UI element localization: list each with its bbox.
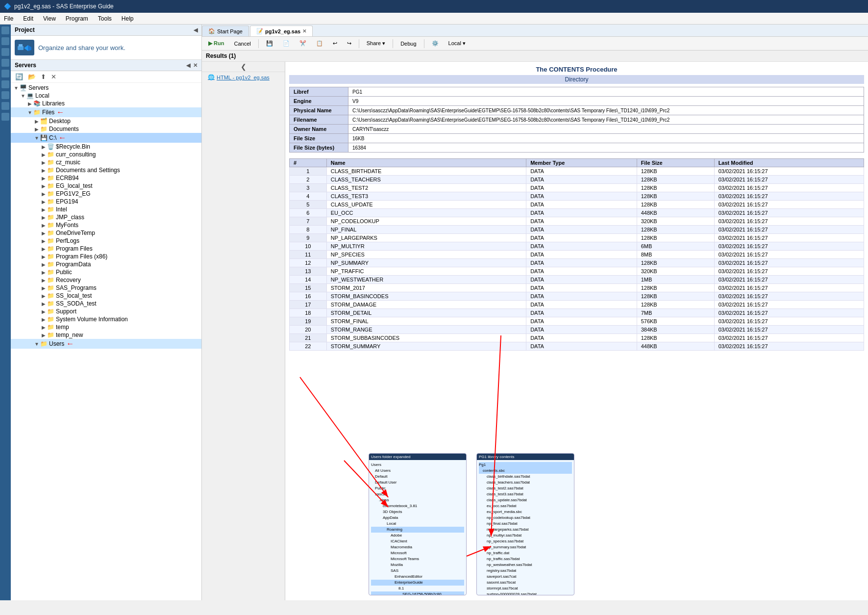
toolbar-sep-4 <box>424 39 424 48</box>
tree-ecrb94[interactable]: ▶ 📁 ECRB94 <box>11 174 201 182</box>
menu-view[interactable]: View <box>41 14 58 23</box>
project-collapse-icon[interactable]: ◀ <box>194 27 198 33</box>
gear-btn[interactable]: ⚙️ <box>428 39 442 48</box>
side-icon-1[interactable] <box>1 26 9 34</box>
tree-public[interactable]: ▶ 📁 Public <box>11 268 201 276</box>
list-item: Macromedia <box>371 544 464 550</box>
tree-ss-soda-test[interactable]: ▶ 📁 SS_SODA_test <box>11 300 201 308</box>
paste-btn[interactable]: 📋 <box>313 39 326 48</box>
tree-cz-music[interactable]: ▶ 📁 cz_music <box>11 158 201 166</box>
tree-eg-local-test[interactable]: ▶ 📁 EG_local_test <box>11 182 201 190</box>
tree-desktop[interactable]: ▶ 🗂️ Desktop <box>11 117 201 125</box>
menu-help[interactable]: Help <box>120 14 136 23</box>
tree-intel[interactable]: ▶ 📁 Intel <box>11 205 201 213</box>
table-cell: 21 <box>290 334 327 342</box>
menu-bar: File Edit View Program Tools Help <box>0 13 868 25</box>
desktop-icon: 🗂️ <box>40 118 48 125</box>
list-item: Roaming <box>371 527 464 533</box>
table-header: File Size <box>637 159 714 167</box>
side-icon-6[interactable] <box>1 80 9 88</box>
tree-libraries[interactable]: ▶ 📚 Libraries <box>11 100 201 107</box>
tree-docs-settings[interactable]: ▶ 📁 Documents and Settings <box>11 166 201 174</box>
table-cell: 03/02/2021 16:15:27 <box>714 234 864 242</box>
tree-epg1v2-eg[interactable]: ▶ 📁 EPG1V2_EG <box>11 190 201 198</box>
copy-btn[interactable]: 📄 <box>279 39 293 48</box>
tree-support[interactable]: ▶ 📁 Support <box>11 308 201 315</box>
toolbar-sep-2 <box>359 39 359 48</box>
save-btn[interactable]: 💾 <box>263 39 276 48</box>
table-row: 16STORM_BASINCODESDATA128KB03/02/2021 16… <box>290 292 864 301</box>
cancel-button[interactable]: Cancel <box>230 40 254 48</box>
tree-cz-music-label: cz_music <box>56 159 80 166</box>
support-icon: 📁 <box>47 308 54 315</box>
tree-myfonts[interactable]: ▶ 📁 MyFonts <box>11 221 201 229</box>
tree-servers[interactable]: ▼ 🖥️ Servers <box>11 84 201 92</box>
undo-btn[interactable]: ↩ <box>329 39 341 48</box>
servers-collapse-icon[interactable]: ◀ <box>186 62 190 69</box>
project-panel: Project ◀ Organize and share your work. … <box>11 25 202 600</box>
tree-epg194[interactable]: ▶ 📁 EPG194 <box>11 198 201 205</box>
tree-files[interactable]: ▼ 📁 Files ← <box>11 107 201 117</box>
html-result-link[interactable]: 🌐 HTML - pg1v2_eg.sas <box>202 72 285 82</box>
menu-tools[interactable]: Tools <box>96 14 114 23</box>
public-icon: 📁 <box>47 269 54 276</box>
local-btn[interactable]: Local ▾ <box>445 39 469 48</box>
tree-onedrivetemp[interactable]: ▶ 📁 OneDriveTemp <box>11 229 201 237</box>
menu-edit[interactable]: Edit <box>21 14 35 23</box>
cut-btn[interactable]: ✂️ <box>296 39 310 48</box>
list-item: np_traffic.sas7bdat <box>479 556 572 562</box>
tree-ss-local-test[interactable]: ▶ 📁 SS_local_test <box>11 292 201 300</box>
collapse-arrow[interactable]: ❮ <box>202 62 285 72</box>
servers-btn-1[interactable]: 🔄 <box>14 73 25 81</box>
tree-programdata[interactable]: ▶ 📁 ProgramData <box>11 260 201 268</box>
share-btn[interactable]: Share ▾ <box>363 39 389 48</box>
tree-sysvolinfo[interactable]: ▶ 📁 System Volume Information <box>11 315 201 323</box>
info-value: V9 <box>348 97 864 106</box>
menu-program[interactable]: Program <box>64 14 90 23</box>
tree-temp[interactable]: ▶ 📁 temp <box>11 323 201 331</box>
table-cell: 03/02/2021 16:15:27 <box>714 292 864 301</box>
side-icon-7[interactable] <box>1 91 9 99</box>
tree-jmp-class[interactable]: ▶ 📁 JMP_class <box>11 213 201 221</box>
tab-pg1v2-close[interactable]: ✕ <box>302 28 306 34</box>
side-icon-9[interactable] <box>1 113 9 121</box>
tree-users[interactable]: ▼ 📁 Users ← <box>11 339 201 349</box>
table-cell: NP_WESTWEATHER <box>326 276 526 284</box>
tree-program-files-x86[interactable]: ▶ 📁 Program Files (x86) <box>11 253 201 260</box>
run-button[interactable]: ▶ Run <box>205 39 227 48</box>
list-item: eu_occ.sas7bdat <box>479 503 572 509</box>
tree-recovery[interactable]: ▶ 📁 Recovery <box>11 276 201 284</box>
tree-perflogs[interactable]: ▶ 📁 PerfLogs <box>11 237 201 245</box>
tree-sas-programs[interactable]: ▶ 📁 SAS_Programs <box>11 284 201 292</box>
servers-close-icon[interactable]: ✕ <box>193 62 198 69</box>
side-icon-3[interactable] <box>1 48 9 56</box>
programdata-icon: 📁 <box>47 261 54 268</box>
tab-pg1v2[interactable]: 📝 pg1v2_eg.sas ✕ <box>250 26 313 36</box>
menu-file[interactable]: File <box>2 14 15 23</box>
debug-btn[interactable]: Debug <box>397 40 420 48</box>
tab-start-page[interactable]: 🏠 Start Page <box>202 26 249 36</box>
side-icon-4[interactable] <box>1 59 9 67</box>
tree-program-files[interactable]: ▶ 📁 Program Files <box>11 245 201 253</box>
servers-toolbar: 🔄 📂 ⬆ ✕ <box>11 71 201 83</box>
side-icon-2[interactable] <box>1 37 9 45</box>
tree-curr-consulting[interactable]: ▶ 📁 curr_consulting <box>11 151 201 158</box>
table-cell: 8MB <box>637 251 714 259</box>
app-title: pg1v2_eg.sas - SAS Enterprise Guide <box>14 3 114 10</box>
tree-temp-new[interactable]: ▶ 📁 temp_new <box>11 331 201 339</box>
servers-btn-4[interactable]: ✕ <box>50 73 58 81</box>
side-icon-8[interactable] <box>1 102 9 110</box>
side-icon-5[interactable] <box>1 70 9 77</box>
tab-pg1v2-label: pg1v2_eg.sas <box>265 28 300 34</box>
redo-btn[interactable]: ↪ <box>344 39 355 48</box>
tree-local[interactable]: ▼ 💻 Local <box>11 92 201 100</box>
tree-documents[interactable]: ▶ 📁 Documents <box>11 125 201 133</box>
table-cell: 128KB <box>637 176 714 184</box>
servers-btn-3[interactable]: ⬆ <box>39 73 48 81</box>
table-cell: NP_SUMMARY <box>326 259 526 267</box>
users-arrow: ← <box>66 339 74 348</box>
servers-btn-2[interactable]: 📂 <box>26 73 37 81</box>
tree-c-drive[interactable]: ▼ 💾 C:\ ← <box>11 133 201 143</box>
table-cell: 03/02/2021 16:15:27 <box>714 184 864 192</box>
tree-recycle[interactable]: ▶ 🗑️ $Recycle.Bin <box>11 143 201 151</box>
